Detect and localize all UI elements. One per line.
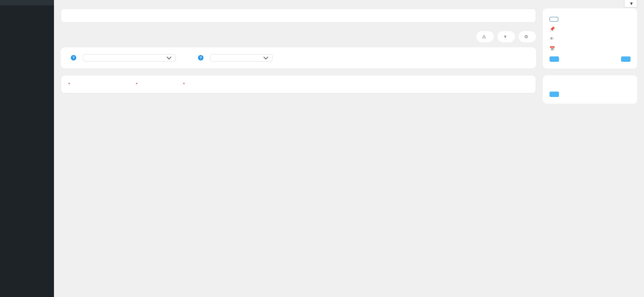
main-content: ▼ ⚠ ▼ ⚙ ? [54, 0, 644, 297]
pin-icon: 📌 [550, 26, 555, 31]
screen-options-toggle[interactable]: ▼ [624, 0, 637, 7]
upgrade-box [543, 75, 637, 104]
gear-icon: ⚙ [524, 34, 528, 39]
feed-type-select[interactable] [210, 54, 273, 61]
eye-icon: 👁 [550, 36, 555, 41]
warning-icon: ⚠ [482, 34, 486, 39]
help-icon[interactable]: ? [198, 55, 203, 60]
col-assigned [183, 82, 244, 86]
purge-cache-button[interactable] [550, 56, 559, 62]
attributes-table [61, 75, 536, 94]
feed-config-card: ? ? [61, 47, 536, 68]
help-icon[interactable]: ? [71, 55, 76, 60]
feed-merchant-label: ? [69, 55, 76, 60]
chevron-down-icon: ▼ [629, 1, 634, 6]
feed-merchant-select[interactable] [83, 54, 176, 61]
publish-box: 📌 👁 📅 [543, 8, 637, 69]
product-filter-button[interactable]: ▼ [497, 31, 515, 42]
filter-icon: ▼ [503, 34, 507, 39]
sidebar-submenu [0, 0, 54, 5]
col-required [68, 82, 133, 86]
calendar-icon: 📅 [550, 46, 555, 51]
publish-button[interactable] [621, 56, 631, 62]
admin-sidebar [0, 0, 54, 297]
save-draft-button[interactable] [550, 17, 558, 22]
settings-button[interactable]: ⚙ [519, 31, 536, 42]
feed-title-input[interactable] [61, 8, 536, 23]
feed-type-label: ? [196, 55, 203, 60]
col-type [136, 82, 180, 86]
troubleshoot-button[interactable]: ⚠ [476, 31, 494, 42]
upgrade-to-pro-button[interactable] [550, 92, 559, 97]
